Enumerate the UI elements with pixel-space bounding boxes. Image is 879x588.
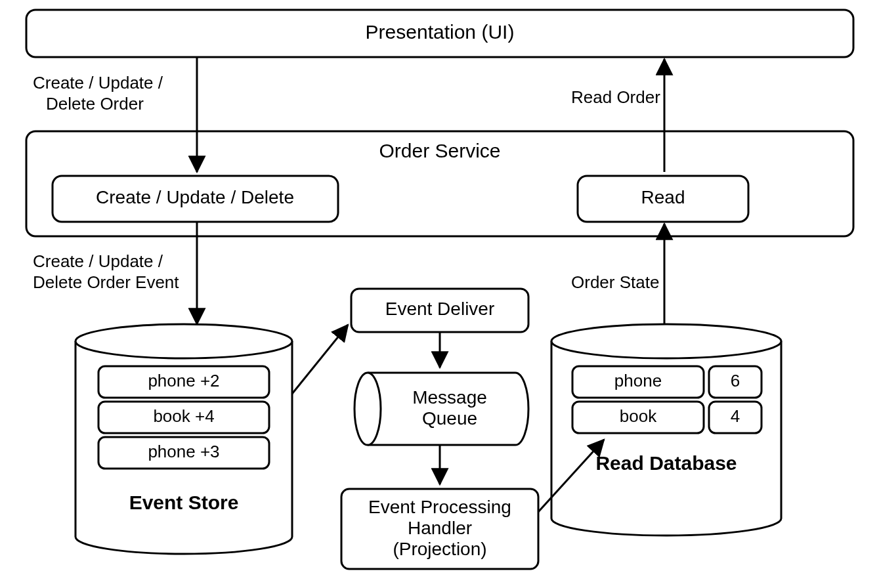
edge-cud-to-store-l2: Delete Order Event [33, 272, 179, 292]
event-row-1: book +4 [153, 406, 214, 426]
arrow-eph-to-readdb [538, 440, 604, 512]
read-database: phone 6 book 4 Read Database [551, 324, 781, 536]
edge-ui-to-cud-l2: Delete Order [46, 94, 144, 114]
event-deliver-label: Event Deliver [385, 299, 495, 319]
read-database-title: Read Database [595, 452, 737, 474]
edge-read-to-ui: Read Order [571, 87, 660, 107]
arrow-store-to-deliver [292, 325, 348, 394]
order-service-label: Order Service [379, 140, 500, 161]
event-store-title: Event Store [129, 492, 239, 513]
svg-point-0 [75, 324, 292, 358]
cqrs-diagram: Presentation (UI) Create / Update / Dele… [0, 0, 879, 588]
read-row-1-val: 4 [731, 406, 740, 426]
message-queue: Message Queue [354, 373, 528, 445]
read-row-0-key: phone [614, 371, 662, 390]
eph-label-1: Event Processing [368, 497, 511, 517]
read-row-1-key: book [620, 406, 657, 426]
edge-ui-to-cud-l1: Create / Update / [33, 73, 163, 93]
svg-point-4 [551, 324, 781, 358]
edge-cud-to-store-l1: Create / Update / [33, 251, 163, 271]
read-row-0-val: 6 [731, 371, 740, 390]
presentation-label: Presentation (UI) [366, 21, 515, 43]
eph-label-2: Handler [408, 518, 472, 538]
event-row-2: phone +3 [148, 442, 219, 461]
read-label: Read [641, 187, 685, 207]
svg-point-9 [354, 373, 381, 445]
message-queue-label-1: Message [412, 387, 487, 408]
eph-label-3: (Projection) [393, 539, 486, 559]
message-queue-label-2: Queue [422, 408, 477, 429]
event-row-0: phone +2 [148, 371, 219, 390]
event-store: phone +2 book +4 phone +3 Event Store [75, 324, 292, 554]
edge-readdb-to-read: Order State [571, 272, 659, 292]
cud-label: Create / Update / Delete [96, 187, 294, 207]
